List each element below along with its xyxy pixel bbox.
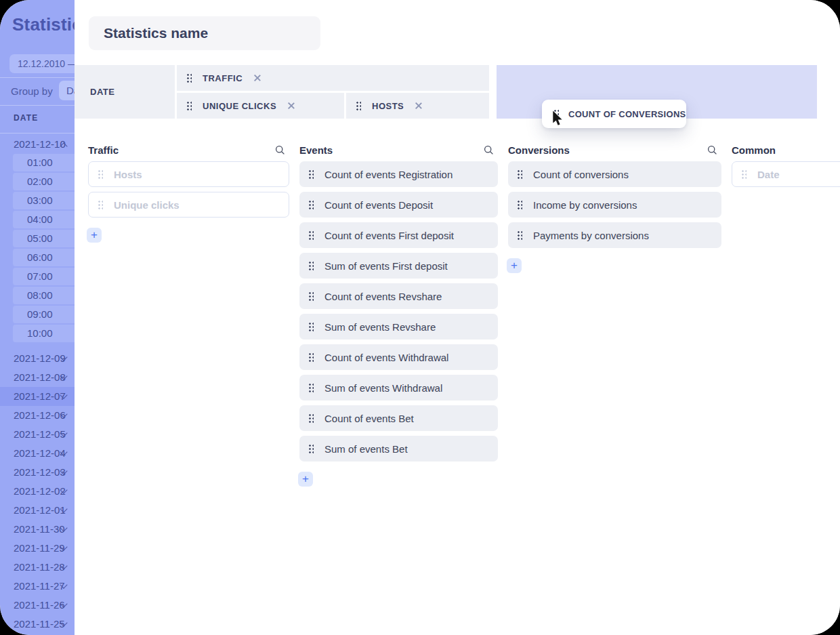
group-by-label: Group by [11, 85, 53, 97]
metric-item[interactable]: Count of events Withdrawal [299, 344, 498, 370]
add-metric-button[interactable]: + [87, 228, 102, 243]
add-metric-button[interactable]: + [298, 472, 313, 487]
date-row[interactable]: 2021-12-08 [0, 368, 75, 387]
date-row[interactable]: 2021-11-27 [0, 577, 75, 596]
add-metric-button[interactable]: + [507, 258, 522, 273]
date-row-label: 2021-11-28 [14, 558, 65, 577]
date-row[interactable]: 2021-12-05 [0, 425, 75, 444]
drag-handle-icon[interactable] [308, 291, 314, 301]
drag-handle-icon[interactable] [308, 352, 314, 362]
date-row[interactable]: 2021-12-09 [0, 349, 75, 368]
search-icon[interactable] [707, 145, 717, 155]
metric-chip-hosts[interactable]: HOSTS [346, 93, 489, 119]
date-row[interactable]: 2021-12-04 [0, 444, 75, 463]
close-icon[interactable] [253, 74, 261, 82]
statistics-name-input[interactable] [89, 16, 320, 50]
search-icon[interactable] [484, 145, 494, 155]
metric-chip-traffic[interactable]: TRAFFIC [177, 65, 489, 91]
column-items: Date [732, 161, 840, 187]
hour-label: 07:00 [27, 270, 53, 282]
metric-item[interactable]: Count of conversions [508, 161, 721, 187]
date-row-expanded[interactable]: 2021-12-10 [0, 135, 75, 154]
date-row[interactable]: 2021-11-28 [0, 558, 75, 577]
chip-label: HOSTS [372, 101, 404, 111]
date-row[interactable]: 2021-12-03 [0, 463, 75, 482]
metric-item[interactable]: Income by conversions [508, 192, 721, 218]
drag-handle-icon[interactable] [308, 322, 314, 331]
date-row-label: 2021-12-09 [14, 349, 66, 368]
drag-handle-icon[interactable] [517, 169, 522, 179]
app-window: Statistics 12.12.2010 — 1 Group by Da DA… [0, 0, 840, 635]
drag-handle-icon [741, 169, 747, 179]
search-icon[interactable] [275, 145, 285, 155]
metric-item[interactable]: Count of events Deposit [299, 192, 498, 218]
metric-item-label: Count of events Revshare [324, 291, 442, 302]
hour-label: 05:00 [27, 232, 53, 244]
metric-item: Date [732, 161, 840, 187]
date-row-label: 2021-11-27 [14, 577, 65, 596]
date-row[interactable]: 2021-11-25 [0, 615, 75, 634]
column-title: Common [732, 144, 776, 156]
metric-item[interactable]: Count of events Registration [299, 161, 498, 187]
drag-handle-icon [98, 169, 103, 179]
date-row[interactable]: 2021-12-07 [0, 387, 75, 406]
drag-handle-icon [98, 200, 103, 209]
metric-item[interactable]: Count of events Bet [299, 405, 498, 431]
metric-item[interactable]: Count of events First deposit [299, 222, 498, 248]
hours-list: 01:00 02:00 03:00 04:00 05:00 06:00 07:0… [0, 154, 75, 344]
close-icon[interactable] [287, 102, 295, 110]
date-range-picker[interactable]: 12.12.2010 — 1 [9, 54, 75, 73]
drag-handle-icon[interactable] [308, 200, 314, 209]
group-by-select[interactable]: Da [59, 81, 75, 100]
hour-label: 02:00 [27, 176, 53, 187]
hour-row: 05:00 [13, 230, 75, 247]
date-row[interactable]: 2021-12-02 [0, 482, 75, 501]
drag-handle-icon[interactable] [308, 444, 314, 453]
date-row[interactable]: 2021-11-26 [0, 596, 75, 615]
metric-item-label: Sum of events First deposit [324, 260, 448, 272]
chip-label: COUNT OF CONVERSIONS [568, 109, 686, 119]
page-backdrop: Statistics 12.12.2010 — 1 Group by Da DA… [0, 0, 75, 635]
drag-handle-icon[interactable] [356, 101, 361, 110]
hour-row: 10:00 [13, 325, 75, 342]
metric-item-label: Income by conversions [533, 199, 637, 211]
drag-handle-icon[interactable] [517, 230, 522, 240]
column-items: Count of conversions Income by conversio… [508, 161, 721, 248]
date-row-label: 2021-11-29 [14, 539, 65, 558]
metric-item[interactable]: Count of events Revshare [299, 283, 498, 309]
drag-handle-icon[interactable] [308, 261, 314, 270]
hour-label: 03:00 [27, 194, 53, 206]
drag-handle-icon[interactable] [186, 101, 192, 110]
drag-handle-icon[interactable] [308, 413, 314, 423]
close-icon[interactable] [415, 102, 423, 110]
date-row[interactable]: 2021-11-30 [0, 520, 75, 539]
date-row[interactable]: 2021-12-06 [0, 406, 75, 425]
date-row-label: 2021-12-07 [14, 387, 66, 406]
date-row[interactable]: 2021-11-29 [0, 539, 75, 558]
hour-label: 04:00 [27, 213, 53, 225]
metric-item[interactable]: Sum of events Withdrawal [299, 375, 498, 401]
metric-item[interactable]: Sum of events Revshare [299, 314, 498, 340]
metric-item[interactable]: Sum of events Bet [299, 436, 498, 462]
date-row[interactable]: 2021-12-01 [0, 501, 75, 520]
date-row-label: 2021-11-26 [14, 596, 65, 615]
drag-handle-icon[interactable] [517, 200, 522, 209]
metric-item[interactable]: Payments by conversions [508, 222, 721, 248]
metric-item-label: Sum of events Revshare [324, 321, 436, 333]
divider [0, 105, 75, 106]
drag-handle-icon[interactable] [308, 169, 314, 179]
metric-item-label: Hosts [114, 169, 142, 180]
drag-handle-icon[interactable] [308, 383, 314, 392]
drag-handle-icon[interactable] [308, 230, 314, 240]
column-items: Count of events Registration Count of ev… [299, 161, 498, 462]
metric-item-label: Count of events Bet [324, 413, 414, 424]
metric-chip-unique-clicks[interactable]: UNIQUE CLICKS [177, 93, 344, 119]
metric-item-label: Count of events Withdrawal [324, 352, 448, 363]
statistics-editor-modal: DATE TRAFFIC UNIQUE CLICKS HOSTS COUNT O… [75, 0, 840, 635]
metric-item[interactable]: Sum of events First deposit [299, 253, 498, 279]
drag-handle-icon[interactable] [186, 73, 192, 83]
hour-row: 06:00 [13, 249, 75, 266]
page-title: Statistics [12, 14, 75, 35]
hour-row: 02:00 [13, 173, 75, 190]
column-common: Common Date [732, 144, 840, 192]
